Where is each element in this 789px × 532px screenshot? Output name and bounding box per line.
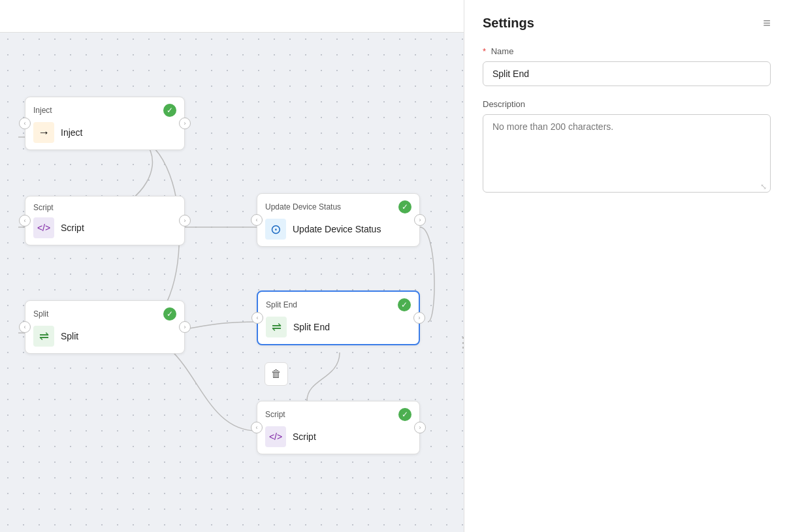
node-update[interactable]: Update Device Status ✓ ⊙ Update Device S…: [257, 193, 420, 247]
script1-port-right[interactable]: ›: [179, 215, 191, 227]
splitend-port-left[interactable]: ‹: [251, 312, 263, 324]
splitend-icon: ⇌: [266, 317, 287, 337]
node-script2[interactable]: Script ✓ </> Script › ‹: [257, 401, 420, 454]
description-wrapper: ⤡: [483, 114, 771, 195]
script2-port-left[interactable]: ‹: [251, 422, 263, 433]
settings-title: Settings: [483, 16, 534, 31]
update-port-right[interactable]: ›: [414, 214, 426, 226]
name-field-label: * Name: [483, 46, 771, 56]
settings-menu-icon[interactable]: ≡: [763, 16, 771, 31]
update-icon: ⊙: [265, 219, 286, 240]
description-input[interactable]: [483, 114, 771, 193]
update-title: Update Device Status ✓: [265, 200, 411, 213]
splitend-title: Split End ✓: [266, 298, 411, 311]
delete-icon: 🗑: [271, 368, 282, 380]
inject-icon: →: [33, 122, 54, 143]
node-splitend[interactable]: Split End ✓ ⇌ Split End › ‹: [257, 290, 420, 345]
inject-check: ✓: [163, 104, 176, 117]
inject-port-left[interactable]: ‹: [19, 117, 31, 129]
name-input[interactable]: [483, 61, 771, 86]
node-script1[interactable]: Script </> Script › ‹: [25, 196, 185, 245]
update-port-left[interactable]: ‹: [251, 214, 263, 226]
script1-port-left[interactable]: ‹: [19, 215, 31, 227]
splitend-check: ✓: [398, 298, 411, 311]
top-bar: [0, 0, 464, 33]
script2-check: ✓: [398, 408, 411, 421]
node-inject[interactable]: Inject ✓ → Inject › ‹: [25, 97, 185, 150]
split-check: ✓: [163, 307, 176, 321]
settings-panel: Settings ≡ * Name Description ⤡: [464, 0, 789, 532]
delete-button[interactable]: 🗑: [265, 362, 288, 386]
node-split[interactable]: Split ✓ ⇌ Split › ‹: [25, 300, 185, 354]
script2-icon: </>: [265, 426, 286, 447]
split-port-right[interactable]: ›: [179, 321, 191, 333]
split-port-left[interactable]: ‹: [19, 321, 31, 333]
resize-icon: ⤡: [760, 182, 767, 191]
update-check: ✓: [398, 200, 411, 213]
splitend-port-right[interactable]: ›: [413, 312, 425, 324]
drag-handle[interactable]: ⋮⋮: [456, 334, 464, 351]
script1-title: Script: [33, 203, 176, 212]
split-icon: ⇌: [33, 326, 54, 347]
script2-title: Script ✓: [265, 408, 411, 421]
split-title: Split ✓: [33, 307, 176, 321]
settings-header: Settings ≡: [483, 16, 771, 31]
inject-title: Inject ✓: [33, 104, 176, 117]
description-field-label: Description: [483, 99, 771, 109]
canvas-area[interactable]: Inject ✓ → Inject › ‹ Script </> Script …: [0, 0, 464, 532]
script1-icon: </>: [33, 217, 54, 238]
inject-port-right[interactable]: ›: [179, 117, 191, 129]
script2-port-right[interactable]: ›: [414, 422, 426, 433]
